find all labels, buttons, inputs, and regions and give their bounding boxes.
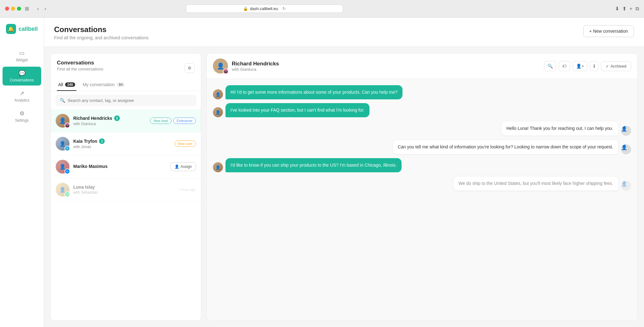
- chat-header-instagram-badge: 📷: [223, 69, 229, 74]
- sidebar-item-analytics[interactable]: ↗ Analytics: [3, 87, 41, 106]
- conversation-item-luna[interactable]: 👤 w Luna Islay with Sebastian 1 hour ago: [51, 178, 201, 201]
- conv-time-luna: 1 hour ago: [179, 188, 196, 191]
- conversation-list: 👤 📷 Richard Hendricks 3 with Gianluca Ne…: [51, 109, 201, 320]
- tab-my-conversation[interactable]: My conversation 84: [81, 79, 126, 91]
- chat-assign-button[interactable]: 👤+: [573, 61, 587, 71]
- assign-label: Assign: [180, 164, 192, 169]
- agent-avatar-m3: 👤: [621, 126, 631, 136]
- sidebar-nav: ▭ Widget 💬 Conversations ↗ Analytics ⚙ S…: [0, 47, 44, 126]
- address-bar[interactable]: 🔒 dash.callbell.eu ↻: [186, 4, 343, 13]
- conv-sub-kaia: with Jonas: [73, 145, 171, 149]
- conv-name-row-mariko: Mariko Maximus: [73, 164, 167, 169]
- message-row-m5: 👤 I'd like to know if you can ship your …: [213, 158, 631, 172]
- browser-chrome: ⊞ ‹ › 🔒 dash.callbell.eu ↻ ⬇ ⬆ + ⧉: [0, 0, 644, 18]
- tag-new-user: New user: [175, 141, 196, 147]
- main-content: Conversations Find all the ongoing, and …: [44, 18, 644, 327]
- sidebar-item-analytics-label: Analytics: [14, 98, 29, 103]
- conv-info-richard: Richard Hendricks 3 with Gianluca: [73, 115, 146, 126]
- logo-text: callbell: [19, 26, 38, 32]
- message-row-m3: Hello Luna! Thank you for reaching out, …: [213, 121, 631, 136]
- widget-icon: ▭: [19, 50, 25, 57]
- conv-tags-richard: New lead Enterprise: [150, 118, 196, 124]
- conv-info-kaia: Kaia Tryfon 1 with Jonas: [73, 138, 171, 149]
- security-icon: 🔒: [243, 6, 248, 11]
- tab-all-label: All: [58, 82, 63, 87]
- conversation-item-kaia[interactable]: 👤 ✈ Kaia Tryfon 1 with Jonas New user: [51, 132, 201, 155]
- avatar-wrap-kaia: 👤 ✈: [56, 137, 69, 151]
- logo-icon: 🔔: [6, 24, 16, 34]
- chat-header: 👤 📷 Richard Hendricks with Gianluca 🔍 🏷 …: [207, 53, 637, 79]
- sidebar-toggle-button[interactable]: ⊞: [25, 6, 29, 12]
- conv-tags-kaia: New user: [175, 141, 196, 147]
- telegram-badge-kaia: ✈: [64, 146, 70, 151]
- message-bubble-m6: We do ship to the United States, but you…: [453, 176, 619, 191]
- avatar-wrap-luna: 👤 w: [56, 183, 69, 197]
- conv-name-richard: Richard Hendricks: [73, 116, 112, 121]
- settings-icon: ⚙: [19, 110, 25, 117]
- content-area: Conversations Find all the conversations…: [44, 47, 644, 327]
- page-title: Conversations: [54, 25, 148, 34]
- message-row-m2: 👤 I've looked into your FAQ section, but…: [213, 103, 631, 117]
- chat-header-actions: 🔍 🏷 👤+ ℹ ✓ Archived: [544, 61, 631, 71]
- sidebar-item-conversations-label: Conversations: [10, 78, 34, 82]
- search-input-wrap: 🔍: [56, 95, 196, 106]
- message-bubble-m5: I'd like to know if you can ship your pr…: [225, 158, 402, 172]
- conversation-item-richard[interactable]: 👤 📷 Richard Hendricks 3 with Gianluca Ne…: [51, 109, 201, 132]
- url-text: dash.callbell.eu: [250, 6, 278, 11]
- tag-new-lead: New lead: [150, 118, 171, 124]
- conv-name-luna: Luna Islay: [73, 185, 95, 190]
- share-button[interactable]: ⬆: [622, 6, 626, 12]
- page-title-area: Conversations Find all the ongoing, and …: [54, 25, 148, 40]
- new-conversation-button[interactable]: + New conversation: [583, 25, 634, 37]
- chat-contact-sub: with Gianluca: [232, 67, 540, 72]
- conv-name-kaia: Kaia Tryfon: [73, 139, 97, 144]
- tab-my-badge: 84: [117, 82, 125, 87]
- conversations-icon: 💬: [19, 70, 25, 77]
- tag-enterprise: Enterprise: [173, 118, 196, 124]
- avatar-wrap-richard: 👤 📷: [56, 114, 69, 128]
- conv-badge-richard: 3: [114, 115, 120, 121]
- message-bubble-m2: I've looked into your FAQ section, but I…: [225, 103, 369, 117]
- chat-panel: 👤 📷 Richard Hendricks with Gianluca 🔍 🏷 …: [206, 53, 638, 321]
- conv-info-mariko: Mariko Maximus: [73, 164, 167, 169]
- tabs: All 349 My conversation 84: [51, 79, 201, 91]
- sidebar-item-conversations[interactable]: 💬 Conversations: [3, 67, 41, 86]
- back-button[interactable]: ‹: [35, 5, 41, 12]
- agent-avatar-m4: 👤: [621, 144, 631, 154]
- archived-button[interactable]: ✓ Archived: [601, 61, 631, 71]
- page-subtitle: Find all the ongoing, and archived conve…: [54, 35, 148, 40]
- conv-panel-title-area: Conversations Find all the conversations: [57, 60, 103, 76]
- fullscreen-button[interactable]: [17, 7, 21, 11]
- conversation-item-mariko[interactable]: 👤 m Mariko Maximus 👤 Assign: [51, 155, 201, 178]
- agent-avatar-m6: 👤: [621, 181, 631, 191]
- browser-actions: ⬇ ⬆ + ⧉: [615, 6, 639, 12]
- tab-all[interactable]: All 349: [57, 79, 76, 91]
- assign-button[interactable]: 👤 Assign: [170, 162, 196, 171]
- msg-avatar-m2: 👤: [213, 107, 223, 117]
- conv-name-row-kaia: Kaia Tryfon 1: [73, 138, 171, 144]
- sidebar: 🔔 callbell ▭ Widget 💬 Conversations ↗ An…: [0, 18, 44, 327]
- sidebar-item-settings-label: Settings: [15, 118, 29, 123]
- sidebar-item-widget[interactable]: ▭ Widget: [3, 47, 41, 65]
- tab-my-label: My conversation: [83, 82, 115, 87]
- chat-info-button[interactable]: ℹ: [590, 61, 598, 71]
- gear-button[interactable]: ⚙: [185, 63, 195, 73]
- instagram-badge-richard: 📷: [64, 123, 70, 128]
- msg-avatar-m1: 👤: [213, 89, 223, 99]
- chat-header-avatar-wrap: 👤 📷: [213, 58, 228, 74]
- forward-button[interactable]: ›: [42, 5, 48, 12]
- chat-search-button[interactable]: 🔍: [544, 61, 556, 71]
- conv-panel-subtitle: Find all the conversations: [57, 67, 103, 71]
- chat-contact-name: Richard Hendricks: [232, 61, 540, 67]
- sidebar-item-settings[interactable]: ⚙ Settings: [3, 107, 41, 126]
- conv-name-row-luna: Luna Islay: [73, 185, 175, 190]
- tabs-button[interactable]: ⧉: [636, 6, 639, 12]
- download-button[interactable]: ⬇: [615, 6, 619, 12]
- message-bubble-m4: Can you tell me what kind of information…: [392, 140, 619, 154]
- close-button[interactable]: [5, 7, 9, 11]
- chat-label-button[interactable]: 🏷: [559, 61, 570, 71]
- minimize-button[interactable]: [11, 7, 15, 11]
- search-input[interactable]: [68, 98, 192, 103]
- new-tab-button[interactable]: +: [630, 6, 632, 12]
- conv-panel-header-row: Conversations Find all the conversations…: [57, 60, 195, 76]
